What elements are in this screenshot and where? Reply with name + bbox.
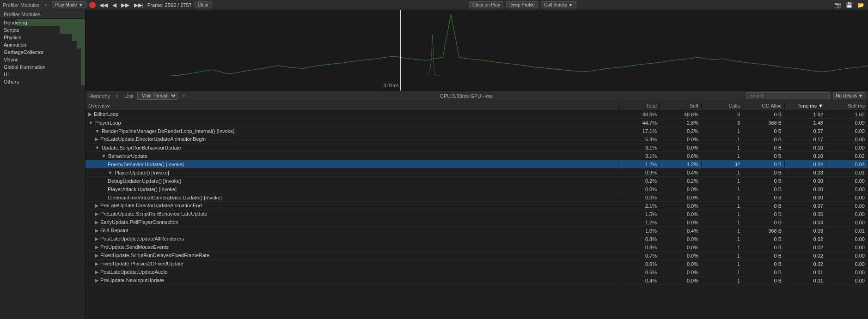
table-container[interactable]: Overview Total Self Calls GC Alloc Time … [86, 101, 868, 319]
cell-name: ▶PreLateUpdate.DirectorUpdateAnimationEn… [86, 202, 618, 209]
table-row[interactable]: ▼RenderPipelineManager.DoRenderLoop_Inte… [86, 127, 868, 135]
expand-arrow[interactable]: ▶ [95, 211, 98, 217]
cell-self-ms: 0.00 [826, 253, 868, 259]
cell-calls: 3 [702, 120, 743, 126]
table-row[interactable]: PlayerAttack.Update() [Invoke]0.0%0.0%10… [86, 185, 868, 193]
sidebar-item-rendering[interactable]: Rendering [0, 19, 85, 26]
cell-self: 0.0% [660, 277, 702, 284]
deep-profile-button[interactable]: Deep Profile [506, 1, 538, 8]
clear-button[interactable]: Clear [195, 1, 212, 8]
sidebar-item-garbagecollector[interactable]: GarbageCollector [0, 48, 85, 56]
expand-arrow[interactable]: ▼ [95, 145, 100, 150]
sidebar-item-ui[interactable]: UI [0, 71, 85, 78]
expand-arrow[interactable]: ▼ [101, 153, 106, 159]
expand-arrow[interactable]: ▶ [95, 244, 98, 250]
cell-name: PlayerAttack.Update() [Invoke] [86, 186, 618, 193]
header-calls[interactable]: Calls [702, 102, 743, 109]
table-row[interactable]: ▶FixedUpdate.Physics2DFixedUpdate0.6%0.0… [86, 260, 868, 268]
hierarchy-label: Hierarchy [88, 93, 110, 99]
step-back-button[interactable]: ◀◀ [98, 2, 109, 8]
cell-self: 0.0% [660, 211, 702, 217]
cell-name: ▶PreLateUpdate.DirectorUpdateAnimationBe… [86, 136, 618, 143]
cell-self-ms: 0.00 [826, 128, 868, 134]
expand-arrow[interactable]: ▶ [95, 236, 98, 242]
cell-calls: 3 [702, 111, 743, 118]
table-row[interactable]: ▼Update.ScriptRunBehaviourUpdate3.1%0.0%… [86, 144, 868, 152]
main-toolbar: Profiler Modules ▼ Play Mode ▼ ◀◀ ◀ ▶▶ ▶… [0, 0, 868, 10]
sidebar-item-vsync[interactable]: VSync [0, 56, 85, 63]
cell-time-ms: 0.10 [785, 144, 826, 151]
table-row[interactable]: ▼PlayerLoop44.7%2.8%3368 B1.480.09 [86, 119, 868, 127]
call-stacks-button[interactable]: Call Stacks ▼ [541, 1, 576, 8]
chart-canvas[interactable]: 33ms (30FPS) 16ms (60FPS) 0.04ms [86, 10, 868, 91]
table-row[interactable]: ▼BehaviourUpdate3.1%0.6%10 B0.100.02 [86, 152, 868, 160]
record-button[interactable] [89, 2, 96, 8]
expand-arrow[interactable]: ▶ [95, 277, 98, 283]
clear-on-play-button[interactable]: Clear on Play [469, 1, 503, 8]
table-row[interactable]: EnemyBehavior.Update() [Invoke]1.2%1.2%3… [86, 160, 868, 169]
screenshot-icon[interactable]: 📷 [833, 2, 842, 8]
step-prev-button[interactable]: ◀ [111, 2, 117, 8]
expand-arrow[interactable]: ▶ [95, 228, 98, 234]
table-row[interactable]: ▶GUI.Repaint1.0%0.4%1368 B0.030.01 [86, 227, 868, 235]
sidebar-item-global-illumination[interactable]: Global Illumination [0, 63, 85, 71]
sidebar-item-physics[interactable]: Physics [0, 34, 85, 41]
cell-name: DebugUpdater.Update() [Invoke] [86, 178, 618, 184]
table-row[interactable]: ▶PreLateUpdate.DirectorUpdateAnimationBe… [86, 135, 868, 144]
expand-arrow[interactable]: ▶ [95, 219, 98, 225]
table-row[interactable]: ▶PreLateUpdate.ScriptRunBehaviourLateUpd… [86, 210, 868, 218]
table-row[interactable]: ▼Player.Update() [Invoke]0.9%0.4%10 B0.0… [86, 169, 868, 177]
chart-svg [171, 10, 868, 82]
table-row[interactable]: ▶EarlyUpdate.PollPlayerConnection1.2%0.0… [86, 218, 868, 227]
expand-arrow[interactable]: ▼ [88, 120, 93, 126]
chart-area: 33ms (30FPS) 16ms (60FPS) 0.04ms Hierarc… [86, 10, 868, 319]
header-overview: Overview [86, 102, 618, 109]
cell-calls: 1 [702, 194, 743, 201]
header-time-ms[interactable]: Time ms ▼ [785, 102, 826, 109]
step-next-button[interactable]: ▶▶ [120, 2, 130, 8]
expand-arrow[interactable]: ▶ [95, 269, 98, 275]
cell-name: ▶PreLateUpdate.ScriptRunBehaviourLateUpd… [86, 211, 618, 217]
search-input[interactable] [746, 92, 830, 99]
no-details-dropdown[interactable]: No Details ▼ [833, 92, 865, 99]
table-row[interactable]: ▶PostLateUpdate.UpdateAllRenderers0.8%0.… [86, 235, 868, 243]
sidebar-item-scripts[interactable]: Scripts [0, 26, 85, 34]
expand-arrow[interactable]: ▶ [95, 203, 98, 209]
cell-self-ms: 0.01 [826, 169, 868, 176]
table-row[interactable]: ▶PreUpdate.NewInputUpdate0.4%0.0%10 B0.0… [86, 277, 868, 285]
expand-arrow[interactable]: ▼ [108, 170, 113, 175]
table-row[interactable]: DebugUpdater.Update() [Invoke]0.2%0.2%10… [86, 177, 868, 185]
table-row[interactable]: ▶FixedUpdate.ScriptRunDelayedFixedFrameR… [86, 252, 868, 260]
expand-arrow[interactable]: ▶ [95, 261, 98, 267]
header-gc-alloc[interactable]: GC Alloc [743, 102, 785, 109]
table-row[interactable]: ▶PostLateUpdate.UpdateAudio0.5%0.0%10 B0… [86, 268, 868, 277]
table-row[interactable]: ▶PreUpdate.SendMouseEvents0.8%0.0%10 B0.… [86, 243, 868, 252]
step-end-button[interactable]: ▶▶| [133, 2, 145, 8]
expand-arrow[interactable]: ▶ [88, 111, 92, 117]
expand-arrow[interactable]: ▶ [95, 136, 98, 142]
load-icon[interactable]: 📂 [856, 2, 865, 8]
cell-total: 0.4% [618, 277, 660, 284]
cell-time-ms: 0.05 [785, 211, 826, 217]
header-self-ms[interactable]: Self ms [826, 102, 868, 109]
expand-arrow[interactable]: ▶ [95, 253, 98, 259]
time-label: 0.04ms [384, 83, 399, 88]
header-total[interactable]: Total [618, 102, 660, 109]
cell-calls: 1 [702, 277, 743, 284]
save-icon[interactable]: 💾 [845, 2, 854, 8]
playhead [400, 10, 401, 90]
sidebar-item-animation[interactable]: Animation [0, 41, 85, 48]
table-row[interactable]: ▶EditorLoop48.6%48.6%30 B1.621.62 [86, 110, 868, 119]
cell-total: 1.0% [618, 228, 660, 234]
thread-dropdown[interactable]: Main Thread [137, 92, 177, 100]
cell-self-ms: 0.00 [826, 136, 868, 143]
cell-gc-alloc: 0 B [743, 186, 785, 193]
table-row[interactable]: CinemachineVirtualCameraBase.Update() [I… [86, 193, 868, 202]
header-self[interactable]: Self [660, 102, 702, 109]
cell-self-ms: 0.00 [826, 203, 868, 209]
expand-arrow[interactable]: ▼ [95, 128, 100, 134]
table-row[interactable]: ▶PreLateUpdate.DirectorUpdateAnimationEn… [86, 202, 868, 210]
play-mode-button[interactable]: Play Mode ▼ [52, 1, 86, 8]
sidebar-item-others[interactable]: Others [0, 78, 85, 85]
cell-time-ms: 0.02 [785, 261, 826, 267]
